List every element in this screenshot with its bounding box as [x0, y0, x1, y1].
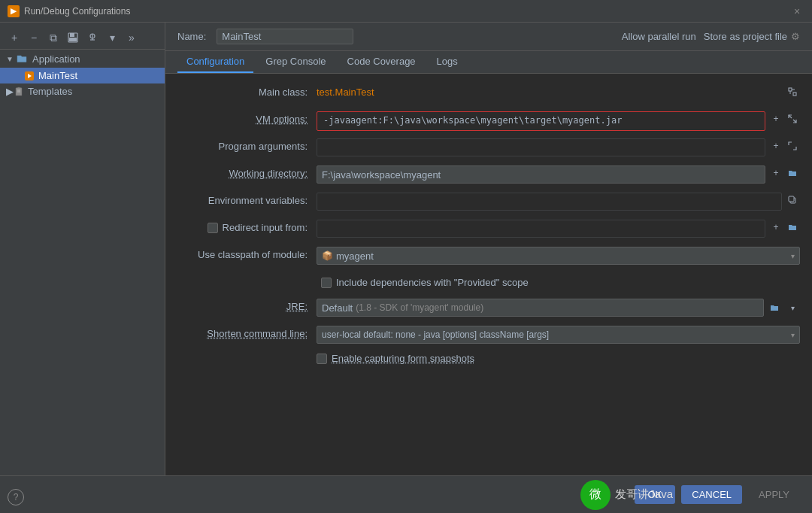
tab-grep-console-label: Grep Console — [265, 56, 326, 67]
prog-expand-icon — [788, 141, 797, 150]
svg-rect-2 — [69, 38, 77, 41]
help-button[interactable]: ? — [8, 489, 24, 505]
watermark-icon-text: 微 — [589, 487, 601, 502]
sidebar-item-maintest[interactable]: MainTest — [0, 68, 165, 83]
vm-options-input[interactable]: -javaagent:F:\java\workspace\myagent\tar… — [317, 111, 765, 131]
shorten-cmd-value: user-local default: none - java [options… — [322, 329, 549, 340]
working-dir-value: F:\java\workspace\myagent — [322, 169, 441, 181]
config-form: Main class: test.MainTest VM options — [165, 74, 812, 475]
tab-logs[interactable]: Logs — [428, 51, 467, 73]
shorten-cmd-arrow: ▾ — [791, 331, 795, 339]
cancel-button[interactable]: CANCEL — [681, 485, 742, 504]
main-class-label: Main class: — [177, 84, 317, 98]
name-input[interactable] — [217, 29, 353, 44]
watermark: 微 发哥讲Java — [580, 480, 673, 510]
include-deps-label: Include dependencies with "Provided" sco… — [336, 277, 529, 288]
apply-button[interactable]: APPLY — [748, 485, 800, 504]
vm-options-add-btn[interactable]: + — [768, 111, 783, 126]
copy-icon — [788, 196, 797, 205]
main-class-actions — [785, 84, 800, 99]
env-vars-label: Environment variables: — [177, 193, 317, 206]
sidebar-item-templates[interactable]: ▶ Templates — [0, 83, 165, 99]
main-class-value[interactable]: test.MainTest — [317, 84, 782, 98]
redirect-add-btn[interactable]: + — [768, 220, 783, 235]
jre-input[interactable]: Default (1.8 - SDK of 'myagent' module) — [317, 299, 764, 317]
svg-rect-11 — [793, 93, 796, 96]
tab-configuration[interactable]: Configuration — [177, 51, 253, 73]
snapshots-label: Enable capturing form snapshots — [332, 353, 474, 364]
svg-rect-10 — [789, 88, 792, 91]
application-category[interactable]: ▼ Application — [0, 50, 165, 68]
allow-parallel-checkbox-label[interactable]: Allow parallel run — [622, 31, 696, 42]
name-label: Name: — [177, 31, 206, 42]
redirect-folder-icon — [788, 223, 797, 231]
bottom-bar: 微 发哥讲Java OK CANCEL APPLY ? — [0, 475, 812, 513]
save-icon — [68, 32, 78, 43]
application-folder-icon — [17, 53, 29, 65]
jre-folder-btn[interactable] — [767, 300, 782, 315]
program-args-expand-btn[interactable] — [785, 138, 800, 153]
redirect-folder-btn[interactable] — [785, 220, 800, 235]
redirect-checkbox[interactable] — [208, 223, 218, 233]
jre-field: Default (1.8 - SDK of 'myagent' module) … — [317, 299, 800, 317]
chevron-down-button[interactable]: ▾ — [104, 29, 120, 46]
env-vars-input[interactable] — [317, 193, 782, 211]
env-vars-row: Environment variables: — [177, 193, 800, 212]
env-vars-actions — [785, 193, 800, 208]
vm-options-value: -javaagent:F:\java\workspace\myagent\tar… — [323, 115, 622, 126]
save-config-button[interactable] — [65, 29, 81, 46]
templates-arrow: ▶ — [6, 86, 14, 97]
classpath-dropdown[interactable]: 📦 myagent ▾ — [317, 247, 800, 265]
working-dir-folder-btn[interactable] — [785, 165, 800, 181]
tab-code-coverage-label: Code Coverage — [347, 56, 416, 67]
classpath-label: Use classpath of module: — [177, 247, 317, 260]
main-class-expand-btn[interactable] — [785, 84, 800, 99]
title-bar: ▶ Run/Debug Configurations × — [0, 0, 812, 23]
redirect-input-label: Redirect input from: — [223, 222, 308, 233]
tab-configuration-label: Configuration — [186, 56, 244, 67]
watermark-wechat-icon: 微 — [580, 480, 611, 510]
include-deps-checkbox[interactable] — [321, 278, 332, 288]
tab-grep-console[interactable]: Grep Console — [256, 51, 335, 73]
watermark-text: 发哥讲Java — [615, 487, 673, 502]
redirect-actions: + — [768, 220, 800, 235]
pin-config-button[interactable] — [84, 29, 101, 46]
redirect-input-field[interactable] — [317, 220, 765, 238]
window-icon: ▶ — [8, 5, 20, 17]
shorten-cmd-label: Shorten command line: — [177, 326, 317, 339]
redirect-input-row: Redirect input from: + — [177, 220, 800, 239]
working-dir-add-btn[interactable]: + — [768, 165, 783, 181]
vm-options-actions: + — [768, 111, 800, 126]
tab-code-coverage[interactable]: Code Coverage — [338, 51, 425, 73]
add-config-button[interactable]: + — [6, 29, 23, 46]
config-header: Name: Allow parallel run Store as projec… — [165, 23, 812, 51]
folder-icon — [788, 169, 797, 177]
vm-options-expand-btn[interactable] — [785, 111, 800, 126]
jre-dropdown-btn[interactable]: ▾ — [785, 300, 800, 315]
sidebar: + − ⧉ ▾ » ▼ — [0, 23, 165, 475]
vm-options-row: VM options: -javaagent:F:\java\workspace… — [177, 111, 800, 131]
working-dir-input[interactable]: F:\java\workspace\myagent — [317, 165, 765, 184]
include-deps-row: Include dependencies with "Provided" sco… — [317, 274, 800, 291]
tab-logs-label: Logs — [437, 56, 458, 67]
more-button[interactable]: » — [123, 29, 140, 46]
program-args-add-btn[interactable]: + — [768, 138, 783, 153]
store-project-label: Store as project file — [704, 31, 787, 42]
application-arrow: ▼ — [6, 55, 17, 63]
remove-config-button[interactable]: − — [26, 29, 42, 46]
close-button[interactable]: × — [789, 4, 804, 19]
content-area: Name: Allow parallel run Store as projec… — [165, 23, 812, 475]
snapshots-checkbox[interactable] — [317, 354, 327, 364]
snapshots-row: Enable capturing form snapshots — [177, 353, 800, 372]
env-vars-copy-btn[interactable] — [785, 193, 800, 208]
copy-config-button[interactable]: ⧉ — [45, 29, 62, 46]
program-args-input[interactable] — [317, 138, 765, 156]
vm-options-label: VM options: — [177, 111, 317, 125]
store-as-project-button[interactable]: Store as project file ⚙ — [704, 31, 800, 42]
shorten-cmd-dropdown[interactable]: user-local default: none - java [options… — [317, 326, 800, 344]
module-icon: 📦 — [322, 250, 333, 261]
maintest-icon — [24, 71, 35, 81]
tabs-bar: Configuration Grep Console Code Coverage… — [165, 51, 812, 74]
maintest-label: MainTest — [38, 70, 77, 81]
jre-row: JRE: Default (1.8 - SDK of 'myagent' mod… — [177, 299, 800, 318]
